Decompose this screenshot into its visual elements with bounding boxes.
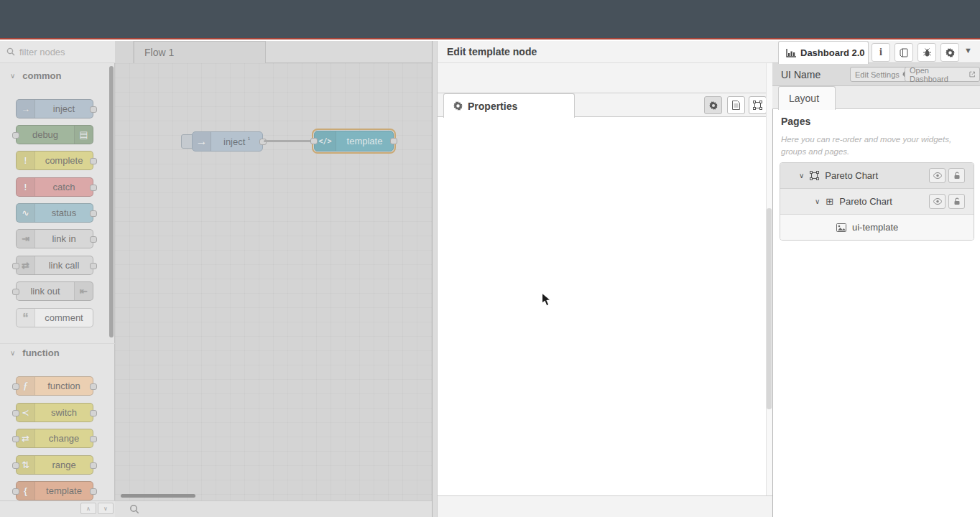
palette-node-inject[interactable]: → inject (16, 99, 93, 118)
tray-resize-handle[interactable] (432, 41, 438, 517)
palette-node-range[interactable]: ⇅ range (16, 455, 93, 475)
wire-connection (264, 140, 315, 142)
output-port[interactable] (390, 138, 397, 144)
flow-tab[interactable]: Flow 1 (134, 41, 266, 63)
palette-node-link-out[interactable]: link out ⇤ (16, 281, 93, 301)
sidebar-options-caret[interactable]: ▼ (964, 46, 972, 55)
output-port[interactable] (90, 263, 97, 269)
output-port[interactable] (90, 185, 97, 191)
palette-node-template[interactable]: { template (16, 481, 93, 500)
tray-scrollbar-thumb[interactable] (767, 208, 772, 409)
help-book-button[interactable] (895, 43, 913, 62)
tab-dashboard-2[interactable]: Dashboard 2.0 (778, 41, 869, 64)
output-port[interactable] (90, 462, 97, 469)
tab-description-button[interactable] (727, 96, 745, 114)
palette-node-debug[interactable]: debug ▤ (16, 125, 93, 144)
gear-icon (709, 101, 718, 110)
visibility-eye-button[interactable] (929, 168, 946, 183)
settings-gear-button[interactable] (940, 43, 959, 62)
document-icon (732, 101, 740, 110)
external-link-icon (969, 71, 975, 78)
palette-category-common[interactable]: ∨ common (0, 66, 109, 85)
page-frame-icon (810, 171, 819, 180)
input-port[interactable] (310, 138, 318, 144)
visibility-eye-button[interactable] (929, 194, 946, 209)
tray-title: Edit template node (438, 41, 772, 63)
exclamation-icon: ! (17, 178, 35, 196)
input-port[interactable] (12, 289, 19, 295)
eye-icon (933, 198, 942, 205)
inject-arrow-icon: → (193, 132, 211, 151)
flow-canvas[interactable] (115, 63, 432, 500)
gear-icon (453, 101, 463, 111)
canvas-node-template-selected[interactable]: </> template (314, 131, 394, 152)
tab-properties[interactable]: Properties (443, 93, 575, 118)
unlock-icon (953, 197, 961, 205)
palette-expand-all-button[interactable]: ∨ (98, 503, 114, 514)
output-port[interactable] (90, 158, 97, 164)
chevron-down-icon: ∨ (10, 349, 15, 357)
appearance-frame-icon (753, 101, 762, 110)
mouse-cursor (541, 292, 552, 310)
search-icon (6, 47, 15, 56)
open-dashboard-button[interactable]: Open Dashboard (905, 67, 980, 82)
palette-node-status[interactable]: ∿ status (16, 203, 93, 223)
lock-unlocked-button[interactable] (948, 168, 965, 183)
input-port[interactable] (12, 263, 19, 269)
input-port[interactable] (12, 410, 19, 416)
palette-collapse-all-button[interactable]: ∧ (80, 503, 96, 514)
debug-bug-button[interactable] (917, 43, 936, 62)
tab-appearance-button[interactable] (749, 96, 767, 114)
layout-tree: ∨ Pareto Chart ∨ ⊞ Pareto Chart ui-templ… (780, 162, 974, 241)
palette-node-catch[interactable]: ! catch (16, 177, 93, 197)
output-port[interactable] (90, 210, 97, 217)
tray-toolbar (438, 63, 772, 93)
output-port[interactable] (90, 488, 97, 495)
dashboard-sidebar (772, 41, 980, 517)
output-port[interactable] (90, 410, 97, 416)
output-port[interactable] (90, 106, 97, 113)
info-button[interactable]: i (872, 43, 890, 62)
output-port[interactable] (90, 236, 97, 243)
palette-node-link-in[interactable]: ⇥ link in (16, 229, 93, 248)
book-icon (900, 48, 908, 57)
group-table-icon: ⊞ (826, 196, 833, 207)
input-port[interactable] (12, 132, 19, 139)
widget-image-icon (836, 223, 846, 232)
main-header (0, 0, 980, 39)
palette-node-comment[interactable]: “ comment (16, 308, 93, 327)
tree-row-widget-ui-template[interactable]: ui-template (780, 215, 974, 240)
tab-scroll-area (115, 41, 134, 63)
tray-footer (438, 495, 772, 517)
output-port[interactable] (90, 436, 97, 442)
palette-search[interactable]: filter nodes (0, 41, 115, 63)
eye-icon (933, 172, 942, 179)
canvas-horizontal-scrollbar[interactable] (121, 494, 195, 498)
bug-icon (923, 48, 932, 57)
palette-node-switch[interactable]: ≺ switch (16, 403, 93, 422)
unlock-icon (953, 172, 961, 180)
tab-edit-properties-button[interactable] (704, 96, 722, 114)
tab-layout[interactable]: Layout (778, 86, 836, 110)
gear-icon (946, 48, 955, 57)
bar-chart-icon (786, 49, 796, 57)
input-port[interactable] (12, 383, 19, 390)
input-port[interactable] (12, 462, 19, 469)
palette-node-function[interactable]: ƒ function (16, 376, 93, 396)
status-pulse-icon: ∿ (17, 204, 35, 222)
palette-node-change[interactable]: ⇄ change (16, 429, 93, 448)
lock-unlocked-button[interactable] (948, 194, 965, 209)
canvas-node-inject[interactable]: → inject ¹ (192, 131, 263, 152)
ui-name-label: UI Name (781, 69, 820, 80)
tree-row-group-pareto-chart[interactable]: ∨ ⊞ Pareto Chart (780, 189, 974, 215)
palette-node-link-call[interactable]: ⇄ link call (16, 256, 93, 275)
input-port[interactable] (12, 488, 19, 495)
comment-bubble-icon: “ (17, 309, 35, 327)
tree-row-page-pareto-chart[interactable]: ∨ Pareto Chart (780, 163, 974, 189)
output-port[interactable] (90, 383, 97, 390)
palette-node-complete[interactable]: ! complete (16, 151, 93, 170)
palette-category-function[interactable]: ∨ function (0, 343, 115, 362)
search-icon[interactable] (129, 504, 139, 514)
input-port[interactable] (12, 436, 19, 442)
palette-scrollbar[interactable] (109, 66, 114, 337)
